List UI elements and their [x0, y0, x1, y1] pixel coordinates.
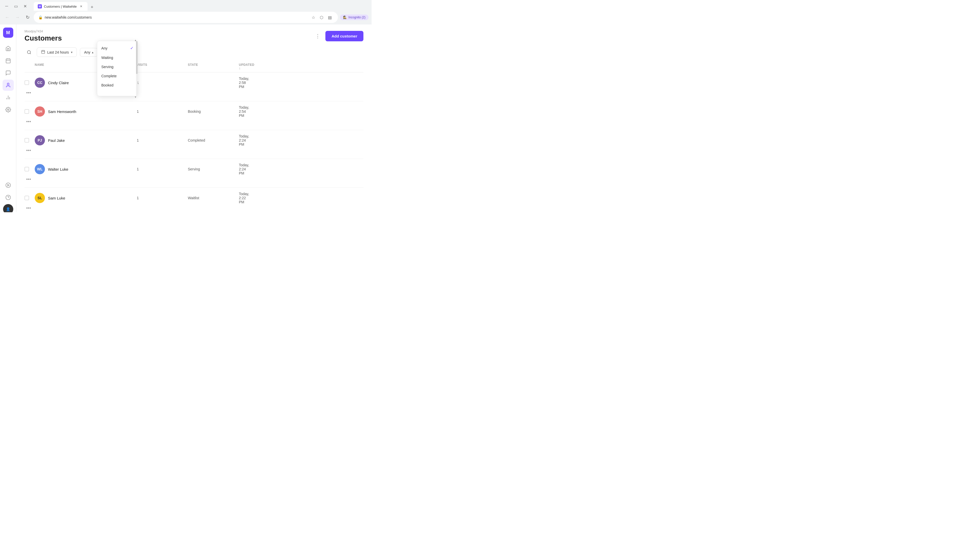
tab-bar: W Customers | Waitwhile ✕ + [32, 2, 98, 11]
sidebar-toggle-button[interactable]: ▤ [326, 14, 333, 21]
app-layout: M [0, 24, 372, 212]
col-checkbox [24, 63, 35, 70]
dropdown-item-serving[interactable]: Serving [97, 62, 138, 71]
svg-point-8 [7, 109, 9, 110]
sidebar-logo[interactable]: M [3, 27, 13, 38]
updated-sam-h: Today, 2:54 PM [239, 105, 249, 118]
tab-favicon: W [38, 4, 42, 8]
actions-sam-h[interactable]: ••• [24, 118, 33, 126]
tab-close-button[interactable]: ✕ [79, 4, 83, 9]
dropdown-item-waiting[interactable]: Waiting [97, 53, 138, 62]
sidebar-item-analytics[interactable] [3, 92, 14, 103]
svg-point-4 [7, 83, 9, 85]
date-chevron-icon: ▾ [71, 51, 73, 54]
status-dropdown: ▲ Any ✓ Waiting Serving Complete Booked … [97, 41, 138, 96]
dropdown-item-booked[interactable]: Booked [97, 81, 138, 90]
sidebar-item-integrations[interactable] [3, 179, 14, 191]
minimize-button[interactable]: ─ [3, 3, 10, 10]
dropdown-label-waiting: Waiting [101, 56, 113, 60]
forward-button[interactable]: → [13, 13, 21, 21]
top-actions: ⋮ Add customer [313, 31, 363, 41]
more-options-button[interactable]: ⋮ [313, 32, 322, 41]
new-tab-button[interactable]: + [89, 3, 96, 11]
row-checkbox-sam-h[interactable] [24, 109, 29, 114]
more-icon: ⋮ [315, 33, 320, 39]
actions-walter[interactable]: ••• [24, 175, 33, 183]
row-checkbox-cindy[interactable] [24, 80, 29, 85]
main-content: Moodjoy7434 Customers ⋮ Add customer [16, 24, 372, 212]
address-bar[interactable]: 🔒 new.waitwhile.com/customers ☆ ⬡ ▤ [34, 12, 338, 23]
customer-cell-sam-h: SH Sam Hemsworth [35, 106, 106, 117]
search-button[interactable] [24, 48, 34, 57]
avatar-paul: PJ [35, 135, 45, 145]
active-tab[interactable]: W Customers | Waitwhile ✕ [34, 2, 88, 11]
visits-walter: 1 [137, 167, 188, 171]
scrollbar-thumb[interactable] [136, 41, 138, 74]
sidebar-item-settings[interactable] [3, 104, 14, 115]
bookmark-button[interactable]: ☆ [310, 14, 317, 21]
incognito-badge[interactable]: 🕵 Incognito (2) [340, 14, 369, 20]
status-filter[interactable]: Any ▴ [80, 48, 98, 57]
table-row: CC Cindy Claire 1 Today, 2:58 PM ••• [24, 73, 363, 101]
actions-sam-l[interactable]: ••• [24, 204, 33, 212]
col-state: STATE [188, 63, 239, 70]
actions-paul[interactable]: ••• [24, 146, 33, 155]
customers-table: NAME VISITS STATE UPDATED ↕ CC Cindy Cla… [16, 61, 372, 212]
dropdown-item-any[interactable]: Any ✓ [97, 43, 138, 53]
add-customer-button[interactable]: Add customer [325, 31, 363, 41]
incognito-icon: 🕵 [343, 16, 347, 19]
extension-button[interactable]: ⬡ [318, 14, 325, 21]
top-bar: Moodjoy7434 Customers ⋮ Add customer [16, 24, 372, 45]
customer-cell-walter: WL Walter Luke [35, 164, 106, 174]
address-bar-row: ← → ↻ 🔒 new.waitwhile.com/customers ☆ ⬡ … [0, 10, 372, 24]
sidebar-item-messages[interactable] [3, 67, 14, 79]
back-button[interactable]: ← [3, 13, 11, 21]
customer-name-paul[interactable]: Paul Jake [48, 138, 65, 143]
row-checkbox-paul[interactable] [24, 138, 29, 143]
visits-sam-l: 1 [137, 196, 188, 200]
customer-name-walter[interactable]: Walter Luke [48, 167, 68, 171]
date-filter[interactable]: Last 24 hours ▾ [37, 48, 77, 57]
svg-rect-15 [41, 51, 45, 54]
status-chevron-icon: ▴ [92, 51, 94, 54]
maximize-button[interactable]: ▭ [12, 3, 19, 10]
customer-name-cindy[interactable]: Cindy Claire [48, 81, 69, 85]
logo-letter: M [6, 30, 10, 35]
sidebar-item-calendar[interactable] [3, 55, 14, 66]
sidebar: M [0, 24, 16, 212]
dropdown-item-complete[interactable]: Complete [97, 71, 138, 81]
dropdown-label-serving: Serving [101, 65, 113, 69]
scrollbar[interactable] [136, 41, 138, 96]
breadcrumb-area: Moodjoy7434 Customers [24, 30, 62, 42]
svg-marker-10 [8, 184, 9, 186]
table-row: WL Walter Luke 1 Serving Today, 2:24 PM … [24, 159, 363, 188]
filter-bar: Last 24 hours ▾ Any ▴ [16, 45, 372, 61]
customer-name-sam-l[interactable]: Sam Luke [48, 196, 65, 200]
svg-point-13 [27, 51, 30, 54]
table-row: SH Sam Hemsworth 1 Booking Today, 2:54 P… [24, 101, 363, 130]
sidebar-item-customers[interactable] [3, 79, 14, 91]
dropdown-label-any: Any [101, 46, 107, 50]
reload-button[interactable]: ↻ [24, 13, 32, 21]
check-icon: ✓ [130, 46, 134, 51]
table-row: PJ Paul Jake 1 Completed Today, 2:24 PM … [24, 130, 363, 159]
updated-paul: Today, 2:24 PM [239, 134, 249, 146]
customer-cell-sam-l: SL Sam Luke [35, 193, 106, 203]
window-controls: ─ ▭ ✕ [3, 3, 29, 10]
status-filter-label: Any [84, 50, 90, 54]
sidebar-item-home[interactable] [3, 43, 14, 54]
svg-point-9 [6, 183, 10, 187]
row-checkbox-sam-l[interactable] [24, 196, 29, 200]
row-checkbox-walter[interactable] [24, 167, 29, 171]
table-row: SL Sam Luke 1 Waitlist Today, 2:22 PM ••… [24, 188, 363, 212]
customer-name-sam-h[interactable]: Sam Hemsworth [48, 110, 76, 114]
customer-cell-cindy: CC Cindy Claire [35, 78, 106, 88]
visits-paul: 1 [137, 138, 188, 142]
actions-cindy[interactable]: ••• [24, 89, 33, 97]
user-avatar[interactable]: 👤 [3, 204, 13, 212]
close-button[interactable]: ✕ [21, 3, 29, 10]
customer-cell-paul: PJ Paul Jake [35, 135, 106, 145]
incognito-label: Incognito (2) [348, 16, 366, 19]
sidebar-item-help[interactable] [3, 192, 14, 203]
state-walter: Serving [188, 167, 239, 171]
